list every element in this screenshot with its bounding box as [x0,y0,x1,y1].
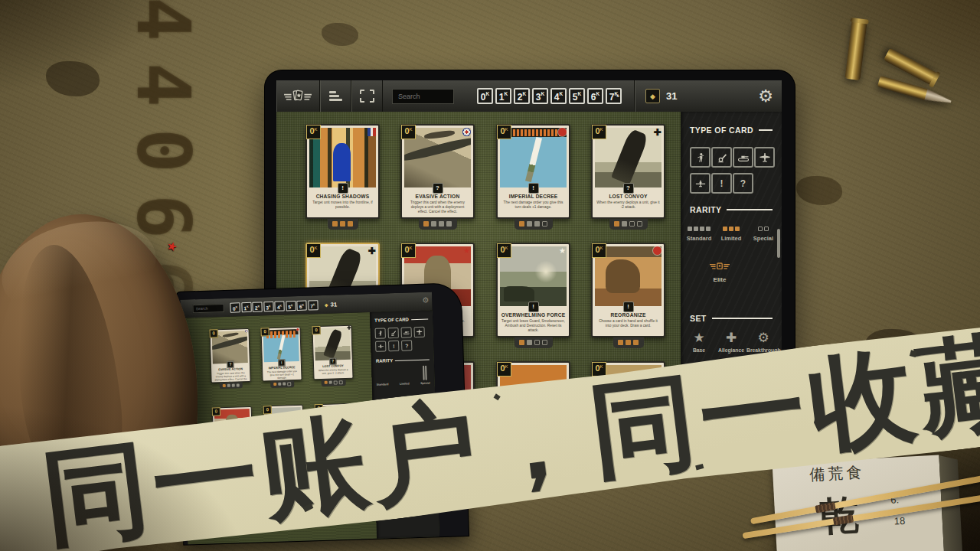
phone-card-imperial-decree[interactable]: 0 ! IMPERIAL DECREE The next damage orde… [260,327,302,382]
rarity-limited-button[interactable]: Limited [399,367,410,385]
card-text: Target unit moves into the frontline, if… [311,201,374,210]
card-title: CHASING SHADOWS [309,194,377,199]
currency-counter: ◆ 31 [634,80,677,112]
card-text: Choose a card in hand and shuffle it int… [596,319,660,328]
filter-order-button[interactable]: ! [711,173,732,194]
phone-settings-gear-button[interactable]: ⚙ [422,296,429,305]
card-text: When the enemy deploys a unit, give it -… [316,368,350,375]
cross-medal-icon: ✚ [714,331,748,346]
count-square [332,221,338,227]
count-square [223,384,226,387]
rarity-standard-button[interactable]: Standard [684,227,714,242]
filter-infantry-button[interactable] [375,328,386,338]
home-logo-button[interactable] [276,80,320,112]
card-type-icon: ! [528,302,539,312]
cost-filter-3[interactable]: 3K [532,88,548,104]
count-square [519,340,524,345]
nation-flag-icon [348,327,350,329]
filter-order-button[interactable]: ! [388,341,399,351]
infantry-icon [377,330,384,336]
filter-tank-button[interactable] [400,327,411,337]
cost-filter-1[interactable]: 1K [495,88,511,104]
phone-cost-filter[interactable]: 3K [263,301,273,311]
artillery-icon [390,330,397,336]
count-square [287,382,291,386]
fighter-icon [377,343,384,349]
card-type-icon: ! [528,183,539,194]
count-square [534,221,540,227]
count-square [527,221,532,227]
phone-cost-filter[interactable]: 2K [252,302,262,311]
card-imperial-decree[interactable]: 0K ! IMPERIAL DECREE The next damage ord… [496,124,570,219]
count-square [622,221,627,227]
cost-filter-2[interactable]: 2K [514,88,530,104]
rarity-special-button[interactable]: Special [420,367,430,385]
phone-cost-filter[interactable]: 7K [308,300,318,310]
nation-flag-icon [368,246,376,255]
phone-cost-filter[interactable]: 1K [241,302,251,311]
count-square [227,384,230,387]
card-lost-convoy[interactable]: 0K ? LOST CONVOY When the enemy deploys … [591,124,665,219]
phone-cost-filter[interactable]: 0K [230,302,240,312]
count-square [273,383,276,386]
settings-gear-button[interactable]: ⚙ [754,85,777,108]
phone-cost-filter[interactable]: 4K [274,301,284,311]
owned-count-badge [220,382,243,389]
phone-cost-filter[interactable]: 6K [296,300,306,310]
set-base-button[interactable]: ★ Base [682,331,716,353]
filter-countermeasure-button[interactable]: ? [733,173,753,194]
rarity-standard-button[interactable]: Standard [376,367,388,386]
count-square [542,221,547,227]
search-input[interactable] [392,89,454,104]
card-evasive-action[interactable]: 0K ? EVASIVE ACTION Trigger this card wh… [400,124,475,219]
card-text: Trigger this card when the enemy deploys… [406,201,469,215]
count-square [423,221,429,227]
nation-flag-icon [653,246,662,255]
rarity-special-button[interactable]: Special [748,227,779,242]
set-allegiance-button[interactable]: ✚ Allegiance [714,331,748,353]
set-header: SET [690,314,773,323]
multi-select-button[interactable] [351,80,383,112]
count-square [348,221,353,227]
filter-tank-button[interactable] [733,147,753,168]
cost-filter-7-plus[interactable]: 7K+ [606,88,622,104]
filter-countermeasure-button[interactable]: ? [401,340,412,350]
currency-value: 31 [666,90,677,102]
owned-count-badge [322,379,346,386]
card-chasing-shadows[interactable]: 0K ! CHASING SHADOWS Target unit moves i… [305,124,380,219]
phone-card-lost-convoy[interactable]: 0 ? LOST CONVOY When the enemy deploys a… [312,325,353,380]
filter-b omber-button[interactable] [413,327,424,337]
filter-bomber-button[interactable] [754,147,775,168]
filter-infantry-button[interactable] [690,147,710,168]
card-type-icon: ! [623,302,634,312]
gear-badge-icon: ⚙ [746,331,780,346]
cost-badge: 0K [497,125,511,139]
phone-search-input[interactable] [192,303,224,312]
card-type-icon: ! [338,183,348,194]
kards-promo-screenshot: 4 4 0 6 6 0K 1K [0,0,980,551]
nation-flag-icon [368,128,376,136]
deck-stack-button[interactable] [320,80,351,112]
set-breakthrough-button[interactable]: ⚙ Breakthrough [746,331,780,353]
nation-flag-icon [296,328,299,331]
cost-filter-0[interactable]: 0K [477,88,493,104]
filter-fighter-button[interactable] [375,341,386,351]
bomber-icon [760,152,770,163]
rarity-elite-button[interactable]: Elite [694,262,745,283]
phone-cost-filter[interactable]: 5K [286,301,296,311]
card-reorganize[interactable]: 0K ! REORGANIZE Choose a card in hand an… [591,243,665,337]
card-overwhelming-force[interactable]: 0K ! OVERWHELMING FORCE Target unit lose… [496,243,570,337]
count-square [519,221,524,227]
cost-filter-6[interactable]: 6K [587,88,603,104]
cost-filter-5[interactable]: 5K [569,88,585,104]
filter-artillery-button[interactable] [711,147,732,168]
filter-fighter-button[interactable] [690,173,710,194]
rarity-limited-button[interactable]: Limited [716,227,746,242]
count-square [339,380,343,384]
phone-card-evasive-action[interactable]: 0 ? EVASIVE ACTION Trigger this card whe… [209,328,250,383]
cost-filter-4[interactable]: 4K [550,88,567,104]
cost-filter-bar: 0K 1K 2K 3K 4K 5K 6K 7K+ [477,88,622,104]
filter-artillery-button[interactable] [388,328,399,338]
sidebar-scrollbar-thumb[interactable] [777,229,780,258]
owned-count-badge [328,219,358,230]
